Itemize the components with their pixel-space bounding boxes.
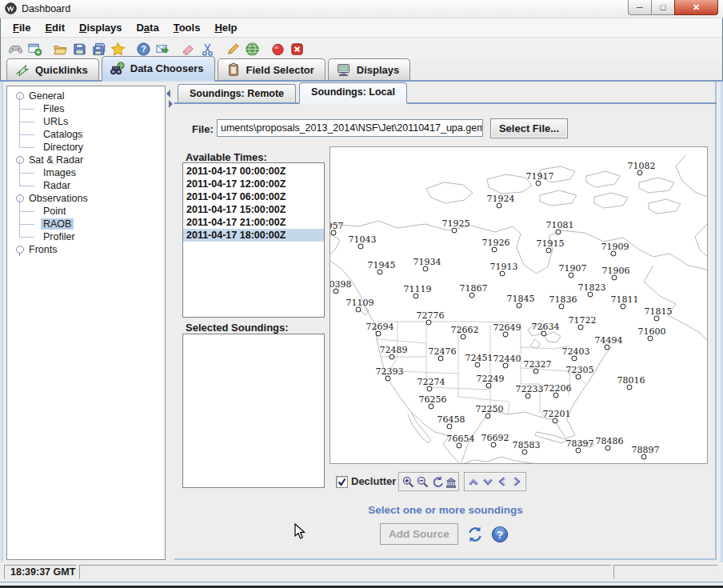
toolbar-favorites-button[interactable]: [108, 40, 127, 58]
menu-help[interactable]: Help: [207, 20, 244, 35]
station-72274[interactable]: 72274: [417, 377, 445, 392]
station-71082[interactable]: 71082: [628, 161, 656, 176]
station-72634[interactable]: 72634: [532, 322, 560, 337]
pan-right-button[interactable]: [510, 475, 523, 488]
station-72327[interactable]: 72327: [524, 359, 552, 374]
station-72201[interactable]: 72201: [543, 409, 571, 424]
menu-file[interactable]: File: [6, 20, 38, 35]
available-times-list[interactable]: 2011-04-17 00:00:00Z2011-04-17 12:00:00Z…: [182, 162, 325, 318]
station-71823[interactable]: 71823: [578, 282, 606, 298]
station-71811[interactable]: 71811: [611, 294, 639, 310]
collapse-right-icon[interactable]: [169, 100, 173, 108]
menu-data[interactable]: Data: [129, 20, 166, 35]
zoom-out-button[interactable]: [416, 475, 429, 488]
declutter-checkbox[interactable]: [336, 476, 348, 488]
station-78016[interactable]: 78016: [617, 375, 645, 390]
station-71925[interactable]: 71925: [442, 218, 470, 234]
toolbar-save-all-button[interactable]: [89, 40, 108, 58]
tab-soundings-remote[interactable]: Soundings: Remote: [178, 84, 296, 102]
station-71906[interactable]: 71906: [602, 266, 630, 281]
time-item[interactable]: 2011-04-17 12:00:00Z: [183, 178, 324, 190]
tree-node-fronts[interactable]: Fronts: [7, 243, 165, 256]
station-71836[interactable]: 71836: [549, 294, 577, 310]
station-76654[interactable]: 76654: [447, 434, 475, 449]
station-71722[interactable]: 71722: [569, 315, 597, 330]
toolbar-edit-button[interactable]: [223, 40, 242, 58]
station-72250[interactable]: 72250: [476, 404, 504, 419]
menu-edit[interactable]: Edit: [38, 20, 72, 35]
station-72476[interactable]: 72476: [429, 346, 457, 362]
station-71913[interactable]: 71913: [490, 262, 518, 277]
toolbar-stop-button[interactable]: [287, 40, 306, 58]
time-item[interactable]: 2011-04-17 21:00:00Z: [183, 216, 324, 229]
menu-tools[interactable]: Tools: [166, 20, 208, 35]
split-divider[interactable]: [166, 86, 174, 560]
station-72776[interactable]: 72776: [417, 310, 445, 326]
toolbar-new-window-button[interactable]: [25, 40, 44, 58]
station-71845[interactable]: 71845: [507, 294, 535, 309]
pan-left-button[interactable]: [496, 475, 509, 488]
station-71945[interactable]: 71945: [368, 260, 396, 275]
select-file-button[interactable]: Select File...: [490, 118, 568, 138]
tree-node-radar[interactable]: Radar: [7, 179, 165, 192]
station-71119[interactable]: 71119: [404, 284, 432, 299]
station-71924[interactable]: 71924: [487, 194, 515, 209]
tab-displays[interactable]: Displays: [328, 58, 410, 80]
refresh-button[interactable]: [466, 526, 484, 543]
time-item[interactable]: 2011-04-17 00:00:00Z: [183, 165, 324, 178]
pan-up-button[interactable]: [467, 475, 480, 488]
tab-field-selector[interactable]: Field Selector: [218, 58, 326, 80]
toolbar-globe-button[interactable]: [242, 40, 262, 58]
station-72249[interactable]: 72249: [477, 374, 505, 389]
station-map[interactable]: 9577104371925719247192671945719347191370…: [330, 146, 708, 464]
station-71867[interactable]: 71867: [460, 283, 488, 298]
tab-quicklinks[interactable]: Quicklinks: [6, 58, 99, 80]
close-button[interactable]: ✕: [674, 0, 718, 15]
station-71934[interactable]: 71934: [413, 257, 441, 272]
station-72694[interactable]: 72694: [366, 322, 394, 337]
tree-node-profiler[interactable]: Profiler: [7, 230, 165, 243]
menu-displays[interactable]: Displays: [72, 20, 129, 35]
time-item[interactable]: 2011-04-17 15:00:00Z: [183, 203, 324, 216]
chooser-help-button[interactable]: ?: [491, 526, 509, 543]
station-72440[interactable]: 72440: [493, 354, 521, 369]
time-item[interactable]: 2011-04-17 06:00:00Z: [183, 190, 324, 203]
add-source-button[interactable]: Add Source: [380, 523, 458, 545]
collapse-left-icon[interactable]: [166, 90, 170, 98]
station-71043[interactable]: 71043: [349, 234, 377, 250]
toolbar-eraser-button[interactable]: [178, 40, 198, 58]
station-71915[interactable]: 71915: [537, 238, 565, 254]
station-71081[interactable]: 71081: [546, 220, 574, 235]
station-74494[interactable]: 74494: [595, 335, 623, 350]
toolbar-open-folder-button[interactable]: [50, 40, 70, 58]
tab-data-choosers[interactable]: Data Choosers: [102, 56, 215, 82]
station-78397[interactable]: 78397: [566, 438, 594, 454]
station-76256[interactable]: 76256: [419, 394, 447, 410]
station-72649[interactable]: 72649: [493, 322, 521, 338]
toolbar-support-button[interactable]: [153, 40, 172, 58]
zoom-in-button[interactable]: [401, 475, 414, 488]
station-71815[interactable]: 71815: [645, 306, 673, 322]
home-button[interactable]: [445, 475, 457, 488]
selected-soundings-list[interactable]: [182, 334, 325, 488]
station-map-svg[interactable]: 9577104371925719247192671945719347191370…: [330, 147, 707, 463]
toolbar-help-button[interactable]: ?: [134, 40, 153, 58]
toolbar-save-button[interactable]: [70, 40, 89, 58]
station-72451[interactable]: 72451: [465, 353, 493, 368]
station-78897[interactable]: 78897: [632, 445, 660, 460]
station-71600[interactable]: 71600: [638, 326, 666, 342]
station-76692[interactable]: 76692: [481, 433, 509, 448]
station-71109[interactable]: 71109: [346, 298, 374, 313]
station-72662[interactable]: 72662: [451, 325, 479, 340]
station-71909[interactable]: 71909: [601, 242, 629, 257]
station-70398[interactable]: 70398: [330, 279, 352, 294]
station-76458[interactable]: 76458: [437, 414, 465, 430]
minimize-button[interactable]: ─: [628, 0, 652, 15]
station-957[interactable]: 957: [330, 221, 344, 236]
time-item[interactable]: 2011-04-17 18:00:00Z: [183, 229, 324, 242]
undo-zoom-button[interactable]: [430, 475, 443, 488]
station-71926[interactable]: 71926: [482, 238, 510, 253]
tab-soundings-local[interactable]: Soundings: Local: [299, 82, 407, 104]
station-78486[interactable]: 78486: [596, 436, 624, 451]
maximize-button[interactable]: □: [651, 0, 675, 15]
